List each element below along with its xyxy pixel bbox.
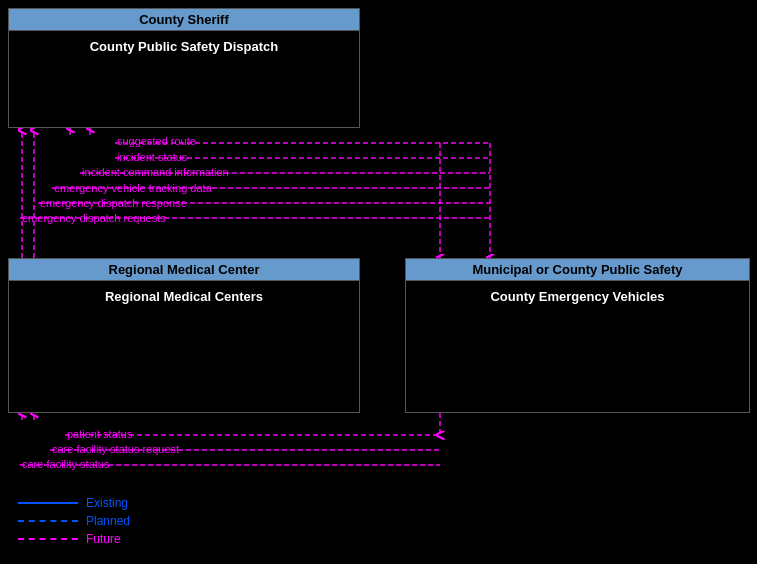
legend-label-existing: Existing	[86, 496, 128, 510]
legend-label-future: Future	[86, 532, 121, 546]
legend: Existing Planned Future	[18, 496, 130, 546]
rmc-box: Regional Medical Center Regional Medical…	[8, 258, 360, 413]
flow-incident-command: incident command information	[82, 166, 229, 178]
legend-label-planned: Planned	[86, 514, 130, 528]
flow-suggested-route: suggested route	[117, 135, 196, 147]
mcps-label: County Emergency Vehicles	[406, 281, 749, 312]
legend-line-existing	[18, 502, 78, 504]
legend-line-future	[18, 538, 78, 540]
legend-planned: Planned	[18, 514, 130, 528]
mcps-header: Municipal or County Public Safety	[406, 259, 749, 281]
flow-care-facility-status: care facility status	[22, 458, 109, 470]
flow-patient-status: patient status	[67, 428, 132, 440]
flow-dispatch-response: emergency dispatch response	[40, 197, 187, 209]
sheriff-header: County Sheriff	[9, 9, 359, 31]
flow-incident-status: incident status	[117, 151, 187, 163]
sheriff-box: County Sheriff County Public Safety Disp…	[8, 8, 360, 128]
legend-existing: Existing	[18, 496, 130, 510]
mcps-box: Municipal or County Public Safety County…	[405, 258, 750, 413]
diagram-container: County Sheriff County Public Safety Disp…	[0, 0, 757, 564]
rmc-header: Regional Medical Center	[9, 259, 359, 281]
sheriff-label: County Public Safety Dispatch	[9, 31, 359, 62]
flow-care-facility-request: care facility status request	[52, 443, 179, 455]
legend-future: Future	[18, 532, 130, 546]
flow-dispatch-requests: emergency dispatch requests	[22, 212, 166, 224]
legend-line-planned	[18, 520, 78, 522]
flow-ev-tracking: emergency vehicle tracking data	[54, 182, 212, 194]
rmc-label: Regional Medical Centers	[9, 281, 359, 312]
